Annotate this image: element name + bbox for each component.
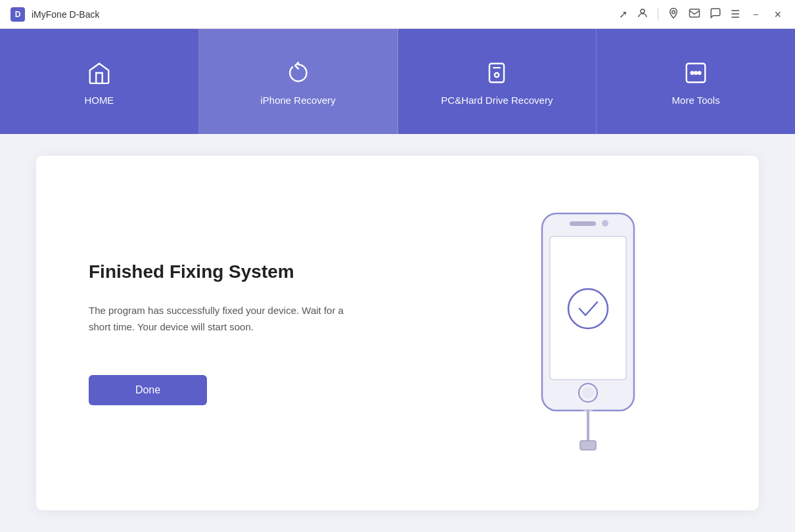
mail-icon[interactable] <box>689 7 700 22</box>
title-bar-left: D iMyFone D-Back <box>11 7 99 22</box>
nav-item-pc-hard-drive[interactable]: PC&Hard Drive Recovery <box>398 29 597 134</box>
nav-label-iphone-recovery: iPhone Recovery <box>261 95 336 106</box>
svg-point-9 <box>698 72 701 74</box>
title-bar: D iMyFone D-Back ➚ ☰ − ✕ <box>0 0 795 29</box>
pc-hard-drive-icon <box>482 58 512 88</box>
svg-point-0 <box>641 9 645 13</box>
main-content: Finished Fixing System The program has s… <box>0 134 795 532</box>
nav-label-more-tools: More Tools <box>672 95 720 106</box>
minimize-button[interactable]: − <box>749 9 762 20</box>
svg-point-15 <box>582 387 594 399</box>
nav-item-more-tools[interactable]: More Tools <box>597 29 795 134</box>
iphone-recovery-icon <box>283 58 313 88</box>
svg-point-7 <box>691 72 694 74</box>
svg-point-8 <box>694 72 697 74</box>
content-description: The program has successfully fixed your … <box>89 302 365 336</box>
svg-point-1 <box>672 11 675 14</box>
nav-label-pc-hard-drive: PC&Hard Drive Recovery <box>441 95 553 106</box>
page-title: Finished Fixing System <box>89 261 470 282</box>
close-button[interactable]: ✕ <box>771 9 784 20</box>
content-left: Finished Fixing System The program has s… <box>89 261 470 405</box>
svg-point-4 <box>495 73 499 77</box>
home-icon <box>84 58 114 88</box>
share-icon[interactable]: ➚ <box>619 8 627 20</box>
divider <box>658 9 658 20</box>
phone-illustration <box>522 207 654 459</box>
title-bar-right: ➚ ☰ − ✕ <box>619 7 784 22</box>
location-icon[interactable] <box>668 7 679 22</box>
chat-icon[interactable] <box>710 7 721 22</box>
nav-label-home: HOME <box>84 95 114 106</box>
app-logo: D <box>11 7 25 22</box>
menu-icon[interactable]: ☰ <box>731 8 740 20</box>
done-button[interactable]: Done <box>89 375 207 405</box>
nav-bar: HOME iPhone Recovery PC&Hard Drive Recov… <box>0 29 795 134</box>
svg-rect-11 <box>550 236 626 380</box>
user-icon[interactable] <box>637 7 648 22</box>
svg-rect-18 <box>580 441 596 450</box>
svg-rect-2 <box>690 9 700 17</box>
svg-point-13 <box>602 220 608 227</box>
svg-rect-12 <box>570 221 596 226</box>
more-tools-icon <box>681 58 711 88</box>
nav-item-home[interactable]: HOME <box>0 29 199 134</box>
app-name: iMyFone D-Back <box>32 9 99 20</box>
nav-item-iphone-recovery[interactable]: iPhone Recovery <box>199 29 398 134</box>
content-right <box>470 207 706 459</box>
content-card: Finished Fixing System The program has s… <box>36 156 759 510</box>
